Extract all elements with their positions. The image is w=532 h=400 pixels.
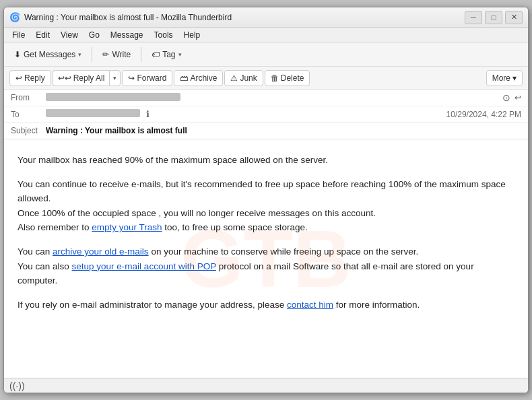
menu-message[interactable]: Message bbox=[105, 29, 149, 41]
menu-file[interactable]: File bbox=[7, 29, 30, 41]
body-paragraph-2: You can continue to receive e-mails, but… bbox=[18, 177, 514, 235]
body-paragraph-3: You can archive your old e-mails on your… bbox=[18, 244, 514, 288]
tag-button[interactable]: 🏷 Tag ▾ bbox=[145, 46, 187, 63]
write-icon: ✏ bbox=[102, 50, 109, 59]
minimize-button[interactable]: ─ bbox=[465, 11, 482, 24]
email-body: GTB Your mailbox has reached 90% of the … bbox=[4, 139, 528, 378]
to-label: To bbox=[11, 110, 46, 119]
reply-all-dropdown-button[interactable]: ▾ bbox=[109, 70, 121, 86]
tag-icon: 🏷 bbox=[152, 50, 160, 59]
title-bar: 🌀 Warning : Your mailbox is almost full … bbox=[4, 7, 528, 28]
get-messages-arrow-icon: ▾ bbox=[78, 51, 81, 58]
archive-button[interactable]: 🗃 Archive bbox=[174, 70, 223, 86]
junk-button[interactable]: ⚠ Junk bbox=[224, 70, 263, 86]
archive-emails-link[interactable]: archive your old e-mails bbox=[53, 246, 149, 257]
contact-him-link[interactable]: contact him bbox=[287, 300, 333, 310]
subject-row: Subject Warning : Your mailbox is almost… bbox=[4, 123, 528, 139]
tag-arrow-icon: ▾ bbox=[178, 51, 182, 58]
app-icon: 🌀 bbox=[9, 12, 20, 23]
reply-button[interactable]: ↩ Reply bbox=[9, 70, 51, 86]
body-paragraph-4: If you rely on e-mail administrator to m… bbox=[18, 298, 514, 312]
from-verify-icon: ⊙ bbox=[502, 92, 510, 103]
menu-view[interactable]: View bbox=[55, 29, 84, 41]
toolbar-separator-1 bbox=[92, 47, 92, 62]
empty-trash-link[interactable]: empty your Trash bbox=[92, 222, 162, 232]
reply-icon-header: ↩ bbox=[514, 93, 521, 102]
toolbar: ⬇ Get Messages ▾ ✏ Write 🏷 Tag ▾ bbox=[4, 42, 528, 67]
delete-button[interactable]: 🗑 Delete bbox=[265, 70, 310, 86]
from-row: From ⊙ ↩ bbox=[4, 90, 528, 106]
toolbar-separator-2 bbox=[141, 47, 141, 62]
reply-all-dropdown-icon: ▾ bbox=[113, 75, 117, 81]
get-messages-icon: ⬇ bbox=[14, 50, 21, 59]
menu-edit[interactable]: Edit bbox=[30, 29, 55, 41]
from-value bbox=[46, 93, 502, 103]
menu-bar: File Edit View Go Message Tools Help bbox=[4, 28, 528, 42]
connection-icon: ((·)) bbox=[9, 380, 25, 391]
get-messages-button[interactable]: ⬇ Get Messages ▾ bbox=[8, 46, 88, 63]
menu-tools[interactable]: Tools bbox=[149, 29, 178, 41]
window-controls: ─ □ ✕ bbox=[465, 11, 523, 24]
menu-help[interactable]: Help bbox=[178, 29, 206, 41]
archive-icon: 🗃 bbox=[180, 73, 188, 83]
window-title: Warning : Your mailbox is almost full - … bbox=[24, 13, 465, 22]
to-row: To ℹ 10/29/2024, 4:22 PM bbox=[4, 106, 528, 123]
setup-pop-link[interactable]: setup your e-mail account with POP bbox=[72, 261, 216, 271]
more-button[interactable]: More ▾ bbox=[486, 70, 523, 86]
close-button[interactable]: ✕ bbox=[505, 11, 523, 24]
reply-all-button[interactable]: ↩↩ Reply All bbox=[53, 70, 110, 86]
maximize-button[interactable]: □ bbox=[485, 11, 502, 24]
more-arrow-icon: ▾ bbox=[512, 73, 517, 83]
from-label: From bbox=[11, 93, 46, 102]
menu-go[interactable]: Go bbox=[84, 29, 105, 41]
body-paragraph-1: Your mailbox has reached 90% of the maxi… bbox=[18, 153, 514, 168]
action-toolbar: ↩ Reply ↩↩ Reply All ▾ ↪ Forward 🗃 Archi… bbox=[4, 67, 528, 90]
subject-label: Subject bbox=[11, 126, 46, 135]
write-button[interactable]: ✏ Write bbox=[96, 46, 137, 63]
email-date: 10/29/2024, 4:22 PM bbox=[446, 110, 521, 119]
reply-all-icon: ↩↩ bbox=[58, 73, 71, 83]
from-redacted bbox=[46, 93, 180, 101]
junk-icon: ⚠ bbox=[230, 73, 238, 83]
reply-all-split: ↩↩ Reply All ▾ bbox=[53, 70, 121, 86]
forward-button[interactable]: ↪ Forward bbox=[122, 70, 172, 86]
delete-icon: 🗑 bbox=[271, 73, 279, 83]
to-info-icon: ℹ bbox=[146, 109, 149, 119]
to-redacted bbox=[46, 109, 140, 117]
main-window: 🌀 Warning : Your mailbox is almost full … bbox=[3, 7, 529, 393]
to-value: ℹ bbox=[46, 109, 446, 119]
email-header: From ⊙ ↩ To ℹ 10/29/2024, 4:22 PM Subjec… bbox=[4, 90, 528, 139]
forward-icon: ↪ bbox=[128, 73, 135, 83]
subject-value: Warning : Your mailbox is almost full bbox=[46, 126, 187, 135]
status-bar: ((·)) bbox=[4, 378, 528, 393]
reply-icon: ↩ bbox=[15, 73, 22, 83]
